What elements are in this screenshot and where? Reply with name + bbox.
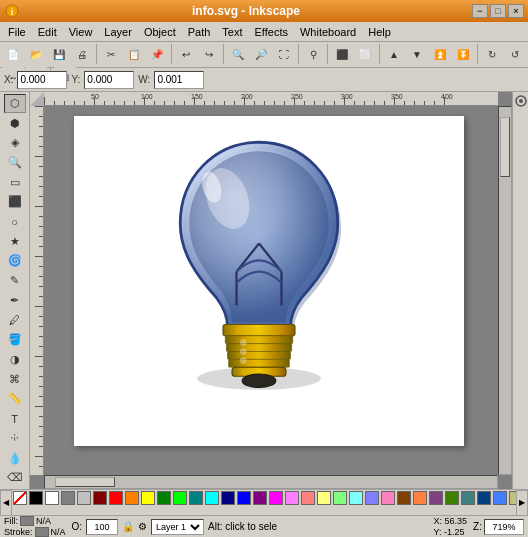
node-tool[interactable]: ⬢	[4, 114, 26, 133]
color-swatch-7[interactable]	[125, 491, 139, 505]
w-input[interactable]	[154, 71, 204, 89]
measure-tool[interactable]: 📏	[4, 390, 26, 409]
bucket-tool[interactable]: 🪣	[4, 330, 26, 349]
open-button[interactable]: 📂	[25, 43, 47, 65]
close-button[interactable]: ×	[508, 4, 524, 18]
box-tool[interactable]: ⬛	[4, 193, 26, 212]
lower-button[interactable]: ▼	[406, 43, 428, 65]
menu-item-edit[interactable]: Edit	[32, 24, 63, 40]
color-swatch-0[interactable]	[13, 491, 27, 505]
palette-scroll-right[interactable]: ▶	[516, 490, 528, 516]
vertical-scrollbar[interactable]	[498, 106, 512, 475]
color-swatch-9[interactable]	[157, 491, 171, 505]
menu-item-layer[interactable]: Layer	[98, 24, 138, 40]
rotate-ccw-button[interactable]: ↺	[504, 43, 526, 65]
paste-button[interactable]: 📌	[146, 43, 168, 65]
color-swatch-19[interactable]	[317, 491, 331, 505]
layer-select[interactable]: Layer 1	[151, 519, 204, 535]
color-swatch-31[interactable]	[509, 491, 516, 505]
zoom-out-button[interactable]: 🔎	[250, 43, 272, 65]
color-swatch-12[interactable]	[205, 491, 219, 505]
color-swatch-28[interactable]	[461, 491, 475, 505]
lower-bottom-button[interactable]: ⏬	[452, 43, 474, 65]
circle-tool[interactable]: ○	[4, 212, 26, 231]
color-swatch-25[interactable]	[413, 491, 427, 505]
color-swatch-8[interactable]	[141, 491, 155, 505]
raise-top-button[interactable]: ⏫	[429, 43, 451, 65]
save-button[interactable]: 💾	[48, 43, 70, 65]
zoom-fit-button[interactable]: ⛶	[273, 43, 295, 65]
spiral-tool[interactable]: 🌀	[4, 252, 26, 271]
dropper-tool[interactable]: 💧	[4, 449, 26, 468]
color-swatch-5[interactable]	[93, 491, 107, 505]
color-swatch-6[interactable]	[109, 491, 123, 505]
fill-swatch[interactable]	[20, 516, 34, 526]
menu-item-whiteboard[interactable]: Whiteboard	[294, 24, 362, 40]
rect-tool[interactable]: ▭	[4, 173, 26, 192]
color-swatch-17[interactable]	[285, 491, 299, 505]
canvas-scroll[interactable]	[44, 106, 498, 475]
find-button[interactable]: ⚲	[302, 43, 324, 65]
color-swatch-3[interactable]	[61, 491, 75, 505]
color-swatch-18[interactable]	[301, 491, 315, 505]
color-swatch-30[interactable]	[493, 491, 507, 505]
color-swatch-2[interactable]	[45, 491, 59, 505]
menu-item-effects[interactable]: Effects	[249, 24, 294, 40]
eraser-tool[interactable]: ⌫	[4, 468, 26, 487]
color-swatch-10[interactable]	[173, 491, 187, 505]
menu-item-file[interactable]: File	[2, 24, 32, 40]
opacity-input[interactable]	[86, 519, 118, 535]
cut-button[interactable]: ✂	[100, 43, 122, 65]
redo-button[interactable]: ↪	[198, 43, 220, 65]
horizontal-scrollbar[interactable]	[44, 475, 498, 489]
rotate-cw-button[interactable]: ↻	[481, 43, 503, 65]
palette-scroll-left[interactable]: ◀	[0, 490, 12, 516]
new-button[interactable]: 📄	[2, 43, 24, 65]
zoom-tool[interactable]: 🔍	[4, 153, 26, 172]
maximize-button[interactable]: □	[490, 4, 506, 18]
color-swatch-14[interactable]	[237, 491, 251, 505]
color-swatch-15[interactable]	[253, 491, 267, 505]
color-swatch-29[interactable]	[477, 491, 491, 505]
color-swatch-21[interactable]	[349, 491, 363, 505]
menu-item-view[interactable]: View	[63, 24, 99, 40]
y-input[interactable]	[84, 71, 134, 89]
group-button[interactable]: ⬛	[331, 43, 353, 65]
spray-tool[interactable]: ⸭	[4, 429, 26, 448]
menu-item-help[interactable]: Help	[362, 24, 397, 40]
color-swatch-24[interactable]	[397, 491, 411, 505]
text-tool[interactable]: T	[4, 409, 26, 428]
print-button[interactable]: 🖨	[71, 43, 93, 65]
gradient-tool[interactable]: ◑	[4, 350, 26, 369]
color-swatch-23[interactable]	[381, 491, 395, 505]
x-input[interactable]	[17, 71, 67, 89]
connector-tool[interactable]: ⌘	[4, 370, 26, 389]
color-swatch-16[interactable]	[269, 491, 283, 505]
color-swatch-20[interactable]	[333, 491, 347, 505]
pencil-tool[interactable]: ✎	[4, 271, 26, 290]
minimize-button[interactable]: −	[472, 4, 488, 18]
canvas-area[interactable]: 50100150200250300350400	[30, 92, 512, 489]
color-swatch-13[interactable]	[221, 491, 235, 505]
color-swatch-4[interactable]	[77, 491, 91, 505]
star-tool[interactable]: ★	[4, 232, 26, 251]
tweak-tool[interactable]: ◈	[4, 133, 26, 152]
raise-button[interactable]: ▲	[383, 43, 405, 65]
color-swatch-26[interactable]	[429, 491, 443, 505]
calligraphy-tool[interactable]: 🖊	[4, 311, 26, 330]
color-swatch-1[interactable]	[29, 491, 43, 505]
stroke-swatch[interactable]	[35, 527, 49, 537]
zoom-input[interactable]	[484, 519, 524, 535]
menu-item-path[interactable]: Path	[182, 24, 217, 40]
color-swatch-22[interactable]	[365, 491, 379, 505]
color-swatch-11[interactable]	[189, 491, 203, 505]
ungroup-button[interactable]: ⬜	[354, 43, 376, 65]
zoom-in-button[interactable]: 🔍	[227, 43, 249, 65]
pen-tool[interactable]: ✒	[4, 291, 26, 310]
color-swatch-27[interactable]	[445, 491, 459, 505]
select-tool[interactable]: ⬡	[4, 94, 26, 113]
menu-item-object[interactable]: Object	[138, 24, 182, 40]
undo-button[interactable]: ↩	[175, 43, 197, 65]
menu-item-text[interactable]: Text	[216, 24, 248, 40]
copy-button[interactable]: 📋	[123, 43, 145, 65]
